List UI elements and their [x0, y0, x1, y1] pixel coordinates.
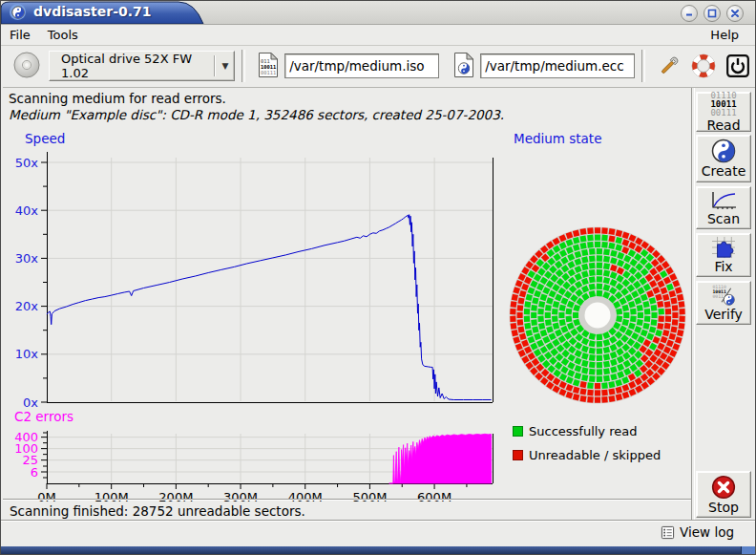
svg-text:600M: 600M	[417, 490, 452, 504]
fix-button-label: Fix	[714, 259, 732, 274]
menu-help[interactable]: Help	[702, 26, 747, 44]
cd-drive-icon	[12, 51, 41, 82]
minimize-icon	[684, 9, 694, 18]
medium-state-label: Medium state	[514, 131, 601, 146]
svg-text:00111: 00111	[261, 70, 276, 75]
menu-tools[interactable]: Tools	[39, 26, 87, 44]
window-bottom-frame	[1, 546, 755, 555]
svg-text:0M: 0M	[37, 490, 56, 504]
stop-icon	[711, 475, 736, 500]
statusbar: View log	[1, 522, 755, 546]
svg-text:100M: 100M	[94, 490, 129, 504]
ecc-file-icon	[452, 52, 475, 81]
log-icon	[661, 525, 675, 540]
action-pane: 01110 10011 00111 Read Create Scan Fix	[692, 88, 756, 521]
speed-label: Speed	[25, 131, 65, 146]
legend-read: Successfully read	[513, 422, 661, 439]
stop-button[interactable]: Stop	[696, 471, 751, 518]
scan-button[interactable]: Scan	[696, 186, 751, 229]
svg-text:200M: 200M	[158, 490, 193, 504]
chevron-down-icon: ▼	[221, 61, 228, 71]
svg-text:400: 400	[14, 430, 38, 444]
svg-text:300M: 300M	[223, 490, 258, 504]
c2-errors-chart: 4001002560M100M200M300M400M500M600M	[14, 430, 493, 504]
stop-button-label: Stop	[708, 500, 739, 515]
read-swatch	[513, 426, 523, 437]
power-icon	[725, 53, 750, 78]
toolbar: Optical drive 52X FW 1.02 ▼ 011 10011 00…	[3, 45, 755, 88]
skipped-swatch	[513, 450, 523, 460]
svg-text:40x: 40x	[15, 203, 39, 218]
legend-read-label: Successfully read	[529, 424, 637, 438]
svg-text:500M: 500M	[352, 490, 387, 504]
menu-file[interactable]: File	[1, 26, 39, 44]
svg-text:20x: 20x	[15, 299, 39, 313]
c2-errors-label: C2 errors	[14, 409, 74, 424]
svg-text:30x: 30x	[15, 251, 39, 266]
legend-skipped-label: Unreadable / skipped	[529, 448, 661, 462]
footer-separator	[3, 499, 691, 501]
fix-button[interactable]: Fix	[696, 233, 751, 277]
status-line1: Scanning medium for read errors.	[9, 91, 226, 106]
svg-text:0x: 0x	[23, 395, 38, 410]
scan-button-label: Scan	[707, 211, 740, 226]
minimize-button[interactable]	[681, 5, 698, 22]
menubar: File Tools Help	[1, 24, 755, 46]
lifesaver-icon	[691, 53, 716, 78]
scan-result-text: Scanning finished: 28752 unreadable sect…	[10, 503, 305, 519]
app-logo-icon	[10, 4, 26, 20]
verify-button-label: Verify	[704, 307, 743, 322]
view-log-button[interactable]: View log	[661, 524, 734, 540]
verify-icon: 01110 10011 00111	[709, 284, 738, 307]
create-button[interactable]: Create	[696, 135, 751, 182]
wrench-icon	[657, 53, 682, 78]
svg-text:100: 100	[14, 441, 38, 456]
drive-select[interactable]: Optical drive 52X FW 1.02 ▼	[49, 51, 235, 81]
quit-button[interactable]	[724, 52, 752, 80]
speed-chart: 0x10x20x30x40x50x	[15, 152, 494, 410]
maximize-button[interactable]	[704, 5, 721, 22]
ecc-path-input[interactable]	[480, 53, 635, 78]
yin-yang-icon	[711, 139, 736, 163]
svg-text:400M: 400M	[288, 490, 323, 504]
binary-icon: 01110 10011 00111	[710, 92, 736, 117]
drive-select-value: Optical drive 52X FW 1.02	[61, 52, 206, 80]
close-button[interactable]	[726, 5, 744, 22]
read-button[interactable]: 01110 10011 00111 Read	[696, 92, 751, 132]
close-icon	[730, 9, 740, 18]
svg-text:10x: 10x	[15, 347, 39, 361]
svg-text:25: 25	[22, 453, 38, 467]
status-line2: Medium "Example disc": CD-R mode 1, 3524…	[9, 107, 504, 122]
window-controls	[681, 5, 744, 22]
maximize-icon	[707, 9, 717, 18]
disc-visualization	[510, 227, 686, 404]
legend: Successfully read Unreadable / skipped	[513, 422, 661, 470]
verify-button[interactable]: 01110 10011 00111 Verify	[696, 281, 751, 325]
read-button-label: Read	[706, 117, 740, 133]
svg-text:50x: 50x	[15, 156, 39, 170]
scan-curve-icon	[709, 190, 738, 211]
iso-path-input[interactable]	[284, 53, 439, 78]
view-log-label: View log	[680, 524, 734, 540]
combo-separator	[214, 55, 215, 76]
toolbar-separator	[242, 50, 245, 82]
create-button-label: Create	[702, 163, 746, 179]
resize-grip[interactable]	[741, 546, 755, 555]
app-window: dvdisaster-0.71 File Tools Help	[0, 0, 756, 555]
titlebar[interactable]: dvdisaster-0.71	[1, 1, 755, 25]
iso-file-icon: 011 10011 00111	[257, 52, 280, 81]
help-button[interactable]	[689, 52, 718, 80]
puzzle-icon	[709, 236, 738, 259]
preferences-button[interactable]	[655, 52, 683, 80]
legend-skipped: Unreadable / skipped	[513, 446, 661, 463]
window-title: dvdisaster-0.71	[33, 4, 152, 19]
title-tab: dvdisaster-0.71	[1, 1, 211, 24]
toolbar-separator2	[641, 50, 645, 82]
svg-text:6: 6	[31, 465, 38, 480]
